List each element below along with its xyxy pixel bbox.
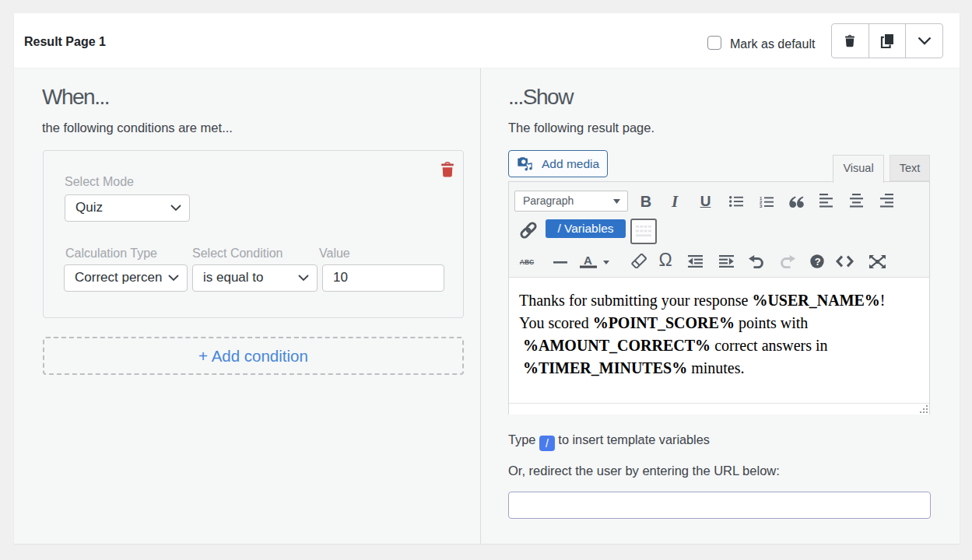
- svg-text:3: 3: [760, 204, 763, 208]
- svg-text:?: ?: [815, 256, 821, 268]
- svg-text:A: A: [584, 254, 592, 267]
